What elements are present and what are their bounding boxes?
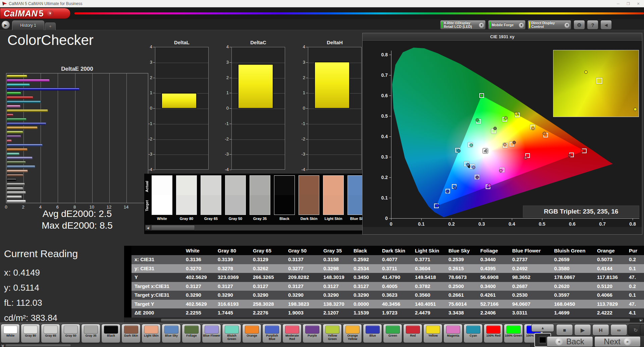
strip-scroll-thumb[interactable]: [151, 225, 195, 230]
chevron-down-icon[interactable]: ▼: [565, 23, 570, 28]
cie-measured-moderate-red: [524, 156, 527, 160]
strip-swatch-gray-50: [225, 175, 246, 215]
cie-inset-dot: [634, 108, 637, 111]
patch-button-red[interactable]: Red: [403, 324, 422, 343]
patch-button-foliage[interactable]: Foliage: [182, 324, 201, 343]
deltae-bar-black: [7, 178, 16, 181]
help-icon[interactable]: ?: [587, 20, 598, 30]
cie-measured-blue-flower: [472, 166, 475, 169]
patch-button-green[interactable]: Green: [383, 324, 402, 343]
table-row-7-value: 1.1539: [351, 308, 379, 317]
patch-scroll-left-icon[interactable]: ◀: [0, 344, 5, 347]
table-scrollbar[interactable]: ▶: [124, 318, 644, 323]
cie-x-tick-label: 0.4: [508, 221, 515, 227]
table-row-3-value: 148.3019: [320, 273, 351, 282]
strip-scroll-left-icon[interactable]: ◀: [145, 225, 151, 230]
gear-icon[interactable]: ⚙: [574, 20, 585, 30]
strip-swatch-gray-65: [201, 175, 221, 215]
collapse-panel-icon[interactable]: ◄: [600, 20, 612, 30]
table-row-5-value: 0.2661: [445, 291, 477, 300]
loop-button[interactable]: ∞: [610, 324, 627, 336]
delta-y-tick: -1: [299, 121, 305, 126]
patch-button-100-green[interactable]: 100% Green: [504, 324, 523, 343]
deltae-bar-gray-65: [7, 191, 26, 194]
logo-bar: CalMAN 5 ▼: [0, 7, 644, 19]
patch-button-orange-yellow[interactable]: Orange Yellow: [343, 324, 362, 343]
session-nav-button[interactable]: ▶: [1, 20, 10, 29]
record-button[interactable]: ●: [640, 324, 644, 336]
calman-logo-menu[interactable]: CalMAN 5 ▼: [0, 8, 70, 19]
table-row-5-value: 0.3290: [320, 291, 351, 300]
back-button[interactable]: «Back: [547, 336, 593, 347]
cie-x-tickmark: [512, 218, 512, 220]
patch-button-yellow-green[interactable]: Yellow Green: [323, 324, 342, 343]
table-row-6-value: 402.5629: [183, 300, 215, 309]
patch-button-100-red[interactable]: 100% Red: [484, 324, 503, 343]
current-reading-y: y: 0.5114: [4, 283, 39, 293]
play-button[interactable]: ▶: [574, 324, 591, 336]
patch-button-black[interactable]: Black: [101, 324, 120, 343]
cie-measured-100-magenta: [488, 184, 491, 187]
table-row-4-value: 0.3127: [183, 282, 215, 291]
patch-button-gray-65[interactable]: Gray 65: [41, 324, 60, 343]
deltae-bar-100-magenta: [7, 79, 50, 82]
patch-button-gray-80[interactable]: Gray 80: [21, 324, 40, 343]
table-scroll-right-icon[interactable]: ▶: [639, 319, 643, 322]
patch-button-gray-35[interactable]: Gray 35: [81, 324, 100, 343]
logo-dropdown-icon[interactable]: ▼: [47, 10, 54, 17]
table-row-3-value: 98.3652: [509, 273, 551, 282]
patch-button-bluish-green[interactable]: Bluish Green: [222, 324, 241, 343]
patch-button-blue-flower[interactable]: Blue Flower: [202, 324, 221, 343]
table-row-4-value: 0.3400: [477, 282, 509, 291]
patch-button-light-skin[interactable]: Light Skin: [142, 324, 161, 343]
patch-button-purple[interactable]: Purple: [303, 324, 322, 343]
strip-swatch-label: Gray 35: [248, 217, 272, 221]
patch-button-orange[interactable]: Orange: [242, 324, 261, 343]
patch-button-moderate-red[interactable]: Moderate Red: [282, 324, 302, 343]
patch-button-blue-sky[interactable]: Blue Sky: [162, 324, 181, 343]
next-button[interactable]: Next»: [594, 336, 641, 347]
window-titlebar: CalMAN 5 CalMAN Ultimate for Business ─ …: [0, 0, 644, 7]
chevron-down-icon[interactable]: ▼: [519, 23, 524, 28]
tab-history-1[interactable]: History 1: [12, 20, 44, 30]
table-row-1-value: 0.3136: [183, 255, 215, 264]
table-row-7-value: 2.4222: [594, 308, 626, 317]
delta-y-tickmark: [306, 154, 308, 155]
source-dropdown[interactable]: Mobile Forge ▼: [488, 20, 526, 30]
delta-y-tick: -3: [146, 152, 152, 157]
display-control-dropdown[interactable]: Direct Display Control ▼: [528, 20, 571, 30]
step-button[interactable]: H: [592, 324, 609, 336]
add-tab-button[interactable]: +: [45, 22, 56, 30]
close-icon[interactable]: ✕: [634, 1, 643, 6]
delta-gridline: [232, 109, 285, 109]
patch-button-gray-50[interactable]: Gray 50: [61, 324, 80, 343]
meter-dropdown[interactable]: X-Rite i1Display Retail LCD (LED) ▼: [440, 20, 486, 30]
pattern-up-button[interactable]: ▲: [531, 324, 554, 332]
patch-button-yellow[interactable]: Yellow: [423, 324, 442, 343]
patch-button-white[interactable]: White: [1, 324, 20, 343]
cie-measured-foliage: [493, 127, 497, 130]
deltae-x-tick: 10: [90, 205, 94, 210]
cie-x-tick-label: 0.5: [539, 221, 545, 227]
patch-button-dark-skin[interactable]: Dark Skin: [121, 324, 141, 343]
table-row-2-value: 0.4395: [477, 264, 509, 273]
patch-button-magenta[interactable]: Magenta: [443, 324, 463, 343]
table-row-2-value: 0.3277: [285, 264, 320, 273]
stop-button[interactable]: ■: [556, 324, 573, 336]
table-scroll-thumb[interactable]: [161, 319, 630, 322]
chevron-down-icon[interactable]: ▼: [479, 23, 484, 28]
maximize-icon[interactable]: ❐: [624, 1, 633, 6]
patch-scroll-track[interactable]: [0, 344, 531, 347]
patch-button-blue[interactable]: Blue: [363, 324, 382, 343]
table-row-1-value: 0.2659: [551, 255, 594, 264]
cie-measured-100-red: [581, 149, 584, 153]
patch-scroll-thumb[interactable]: [5, 344, 71, 347]
patch-button-purplish-blue[interactable]: Purplish Blue: [262, 324, 281, 343]
table-row-3-value: 402.5629: [183, 273, 215, 282]
delta-y-tickmark: [229, 154, 231, 155]
patch-button-cyan[interactable]: Cyan: [464, 324, 483, 343]
cie-measured-green: [476, 118, 479, 122]
minimize-icon[interactable]: ─: [614, 1, 623, 6]
cie-y-tick-label: 0.6: [378, 93, 388, 98]
deltae-bar-blue: [7, 122, 46, 125]
